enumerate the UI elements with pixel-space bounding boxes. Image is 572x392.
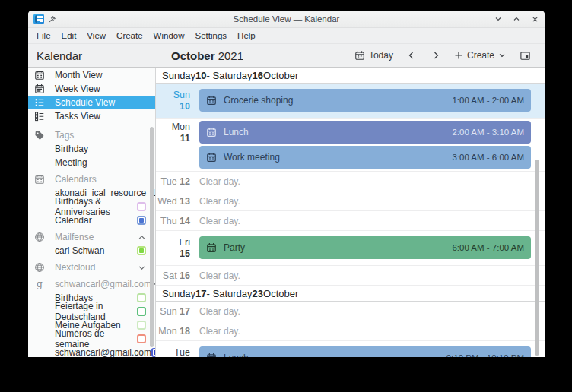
schedule-view-icon bbox=[34, 97, 45, 108]
day-row-fri-15: Fri15Party6:00 AM - 7:00 AM bbox=[156, 231, 545, 266]
event-time: 1:00 AM - 2:00 AM bbox=[452, 96, 524, 105]
event-lunch[interactable]: Lunch9:19 PM - 10:19 PM bbox=[199, 346, 531, 357]
calendar-list-item[interactable]: schwancarl@gmail.com bbox=[28, 346, 155, 357]
today-label: Today bbox=[369, 50, 393, 61]
close-button[interactable] bbox=[530, 14, 539, 24]
event-time: 2:00 AM - 3:10 AM bbox=[452, 128, 524, 137]
event-time: 6:00 AM - 7:00 AM bbox=[452, 243, 524, 252]
sidebar-item-week-view[interactable]: Week View bbox=[28, 82, 155, 96]
tag-icon bbox=[34, 130, 45, 141]
clear-day-label: Clear day. bbox=[199, 176, 240, 187]
menu-item-file[interactable]: File bbox=[31, 30, 56, 42]
plus-icon bbox=[454, 51, 463, 60]
svg-text:g: g bbox=[37, 279, 43, 289]
day-name: Mon bbox=[158, 326, 176, 337]
google-icon: g bbox=[34, 279, 45, 289]
date-changer-toggle-icon[interactable] bbox=[513, 48, 537, 64]
pin-icon[interactable] bbox=[48, 15, 56, 24]
create-button[interactable]: Create bbox=[450, 48, 510, 63]
day-label: Wed 13 bbox=[156, 196, 190, 207]
event-lunch[interactable]: Lunch2:00 AM - 3:10 AM bbox=[199, 121, 531, 144]
toolbar: Kalendar October 2021 Today bbox=[28, 44, 545, 68]
calendar-checkbox[interactable] bbox=[137, 246, 146, 255]
event-grocerie-shoping[interactable]: Grocerie shoping1:00 AM - 2:00 AM bbox=[199, 89, 531, 112]
day-number: 13 bbox=[180, 196, 190, 207]
schedule-scrollbar[interactable] bbox=[535, 160, 539, 356]
calendar-item-label: Feiertage in Deutschland bbox=[55, 301, 137, 322]
calendar-list-item[interactable]: Numéros de semaine bbox=[28, 332, 155, 346]
menu-item-view[interactable]: View bbox=[81, 30, 111, 42]
calendar-list-item[interactable]: Feiertage in Deutschland bbox=[28, 305, 155, 318]
clear-day-label: Clear day. bbox=[199, 216, 240, 226]
event-title: Party bbox=[224, 242, 245, 253]
sidebar-item-month-view[interactable]: Month View bbox=[28, 68, 155, 82]
section-header-tags[interactable]: Tags bbox=[28, 128, 155, 142]
today-button[interactable]: Today bbox=[350, 48, 398, 63]
calendar-list-item[interactable]: Meeting bbox=[28, 156, 155, 169]
event-party[interactable]: Party6:00 AM - 7:00 AM bbox=[199, 236, 531, 259]
week-header-part: Sunday bbox=[162, 288, 195, 299]
day-name: Mon bbox=[156, 122, 190, 133]
menu-item-window[interactable]: Window bbox=[148, 30, 190, 42]
chevron-down-icon[interactable] bbox=[138, 264, 146, 272]
section-header-mailfense[interactable]: Mailfense bbox=[28, 230, 155, 244]
calendar-checkbox[interactable] bbox=[137, 321, 146, 330]
day-label: Tue19 bbox=[156, 346, 190, 357]
day-name: Tue bbox=[161, 176, 177, 187]
calendar-checkbox[interactable] bbox=[137, 307, 146, 316]
section-title: Nextcloud bbox=[55, 262, 95, 273]
event-time: 3:00 AM - 6:00 AM bbox=[452, 153, 524, 162]
minimize-button[interactable] bbox=[494, 14, 503, 24]
calendar-list-item[interactable]: Birthday bbox=[28, 142, 155, 156]
sidebar-separator bbox=[28, 125, 155, 125]
clear-day-label: Clear day. bbox=[199, 326, 240, 337]
previous-button[interactable] bbox=[401, 49, 422, 62]
week-header-part: 16 bbox=[253, 70, 263, 81]
day-name: Sun bbox=[156, 90, 190, 101]
day-name: Fri bbox=[156, 237, 190, 248]
menu-item-create[interactable]: Create bbox=[111, 30, 148, 42]
day-name: Sat bbox=[163, 270, 177, 281]
window-title: Schedule View — Kalendar bbox=[28, 14, 545, 24]
next-button[interactable] bbox=[425, 49, 446, 62]
week-header-part: 23 bbox=[253, 288, 263, 299]
calendar-list-item[interactable]: carl Schwan bbox=[28, 244, 155, 258]
menu-item-edit[interactable]: Edit bbox=[56, 30, 82, 42]
event-work-meeting[interactable]: Work meeting3:00 AM - 6:00 AM bbox=[199, 146, 531, 169]
sidebar-item-tasks-view[interactable]: Tasks View bbox=[28, 109, 155, 123]
sidebar-item-label: Schedule View bbox=[55, 97, 115, 108]
clear-day-label: Clear day. bbox=[199, 196, 240, 207]
day-row-sun-17[interactable]: Sun 17Clear day. bbox=[156, 302, 545, 321]
calendar-checkbox[interactable] bbox=[137, 202, 146, 211]
menu-item-help[interactable]: Help bbox=[232, 30, 261, 42]
titlebar[interactable]: Schedule View — Kalendar bbox=[28, 11, 545, 28]
day-row-mon-18[interactable]: Mon 18Clear day. bbox=[156, 321, 545, 341]
section-header-calendars[interactable]: Calendars bbox=[28, 172, 155, 186]
calendar-checkbox[interactable] bbox=[137, 334, 146, 343]
section-header-gmail[interactable]: gschwancarl@gmail.com bbox=[28, 277, 155, 291]
day-row-thu-14[interactable]: Thu 14Clear day. bbox=[156, 211, 545, 231]
day-row-sat-16[interactable]: Sat 16Clear day. bbox=[156, 266, 545, 286]
day-row-tue-12[interactable]: Tue 12Clear day. bbox=[156, 172, 545, 191]
menu-item-settings[interactable]: Settings bbox=[190, 30, 233, 42]
sidebar-scrollbar[interactable] bbox=[150, 127, 154, 347]
day-number: 18 bbox=[180, 326, 190, 337]
sidebar-section-gmail: gschwancarl@gmail.comBirthdaysFeiertage … bbox=[28, 277, 155, 357]
chevron-up-icon[interactable] bbox=[138, 233, 146, 242]
sidebar-item-schedule-view[interactable]: Schedule View bbox=[28, 96, 155, 109]
sidebar-header: Kalendar bbox=[28, 44, 164, 67]
sidebar: Month ViewWeek ViewSchedule ViewTasks Vi… bbox=[28, 68, 156, 357]
calendar-icon bbox=[34, 174, 45, 185]
day-label: Sat 16 bbox=[156, 270, 190, 281]
week-header-part: 10 bbox=[195, 70, 206, 81]
event-title: Work meeting bbox=[224, 152, 280, 163]
day-row-wed-13[interactable]: Wed 13Clear day. bbox=[156, 191, 545, 211]
maximize-button[interactable] bbox=[512, 14, 521, 24]
calendar-checkbox[interactable] bbox=[137, 293, 146, 302]
calendar-list-item[interactable]: Birthdays & Anniversaries bbox=[28, 200, 155, 213]
calendar-item-label: Meeting bbox=[55, 157, 87, 168]
calendar-checkbox[interactable] bbox=[137, 216, 146, 225]
day-name: Sun bbox=[160, 306, 176, 317]
section-header-nextcloud[interactable]: Nextcloud bbox=[28, 261, 155, 274]
clear-day-label: Clear day. bbox=[199, 270, 240, 281]
